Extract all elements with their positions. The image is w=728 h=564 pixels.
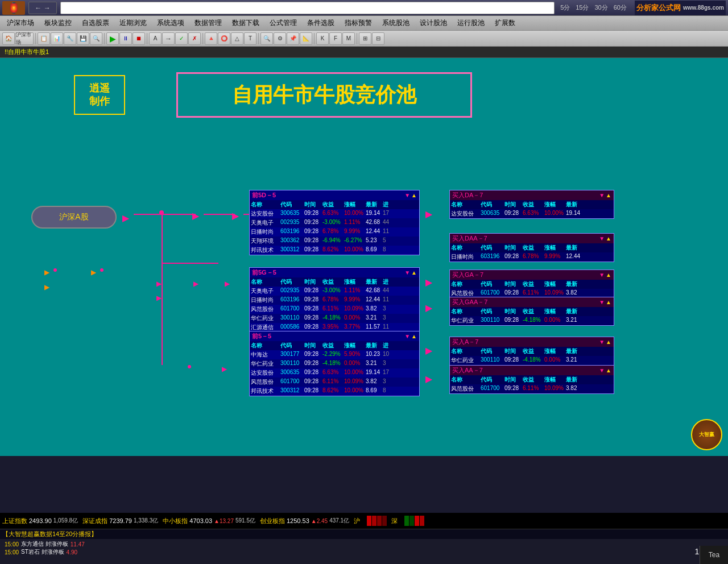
buy-daa-ctrl-up[interactable]: ▲ [606,235,611,242]
buy-daa-title: 买入DAA－7 [452,234,487,243]
table-front5g-controls: ▼ ▲ [404,269,417,276]
tb-btn11[interactable]: ✓ [175,32,188,45]
time-30min[interactable]: 30分 [593,3,610,13]
tb-btn23[interactable]: M [342,32,355,45]
buy-a-ctrl-down[interactable]: ▼ [599,339,605,345]
time-5min[interactable]: 5分 [558,3,572,13]
menu-condition[interactable]: 条件选股 [303,17,339,29]
tb-btn2[interactable]: 📊 [51,32,63,45]
buy-a-title: 买入A－7 [452,338,478,346]
tb-shanghai[interactable]: 沪深市场 [15,32,34,45]
dt-ctrl-down[interactable]: ▼ [404,192,410,198]
tb-btn20[interactable]: 📐 [300,32,312,45]
table-row: 邦讯技术 300312 09:28 8.62% 10.00% 8.69 8 [250,387,419,396]
dt5g-ctrl-up[interactable]: ▲ [411,269,417,276]
arrow-1: ▶ [122,213,129,223]
menu-indicator[interactable]: 指标预警 [340,17,377,29]
tb-btn10[interactable]: → [162,32,175,45]
buy-aa-ctrl-up[interactable]: ▲ [606,367,611,374]
tb-btn17[interactable]: 🔍 [260,32,273,45]
buy-ga-ctrl-down[interactable]: ▼ [599,272,605,278]
address-input[interactable] [60,2,555,14]
buy-a-ctrl-up[interactable]: ▲ [606,339,611,345]
tb-btn4[interactable]: 💾 [77,32,89,45]
table-row: 达安股份 300635 09:28 6.63% 10.00% 19.14 17 [250,209,419,218]
tb-btn6[interactable]: ▶ [106,32,119,45]
brand-tea-text: Tea [709,551,719,559]
vline-3 [162,263,163,365]
col-more: 进 [383,201,390,209]
dt5-ctrl-down[interactable]: ▼ [404,333,410,339]
menu-run-pool[interactable]: 运行股池 [453,17,489,29]
dt5-ctrl-up[interactable]: ▲ [411,333,417,339]
time-15min[interactable]: 15分 [573,3,591,13]
menu-settings[interactable]: 系统选项 [152,17,189,29]
menu-expand[interactable]: 扩展数 [490,17,520,29]
buy-daa-ctrl-down[interactable]: ▼ [599,235,605,242]
tb-btn7[interactable]: ⏸ [119,32,132,45]
menu-formula[interactable]: 公式管理 [265,17,301,29]
tb-btn8[interactable]: ⏹ [133,32,145,45]
table-front5-header: 前5－5 ▼ ▲ [250,331,419,341]
tb-btn3[interactable]: 🔧 [64,32,76,45]
index-bar: 上证指数 2493.90 1,059.8亿 深证成指 7239.79 1,338… [0,513,728,529]
buy-gaa-title: 买入GAA－7 [452,298,487,306]
buy-ga-ctrl-up[interactable]: ▲ [606,272,611,278]
table-front5d-controls: ▼ ▲ [404,192,417,198]
time-buttons-group: 5分 15分 30分 60分 [558,3,629,13]
tb-btn16[interactable]: T [244,32,257,45]
table-row: 天奥电子 002935 09:28 -3.00% 1.11% 42.68 44 [250,287,419,296]
logo-text1: 逍遥 [89,82,110,95]
table-front5-title: 前5－5 [252,332,271,341]
buy-daa-header: 买入DAA－7 ▼ ▲ [450,234,614,243]
tb-btn18[interactable]: ⚙ [274,32,286,45]
time-60min[interactable]: 60分 [611,3,629,13]
tb-btn21[interactable]: K [316,32,329,45]
table-row: 风范股份 601700 09:28 6.11% 10.09% 3.82 3 [250,305,419,314]
big-arrow3: ▶ [225,280,230,288]
buy-gaa-ctrl-down[interactable]: ▼ [599,299,605,305]
small-arrow1: ▶ [44,268,49,276]
menu-board[interactable]: 板块监控 [40,17,76,29]
menu-download[interactable]: 数据下载 [228,17,264,29]
index-shenzhen: 深证成指 7239.79 1,338.3亿 [82,517,158,525]
tb-home[interactable]: 🏠 [2,32,15,45]
tb-btn22[interactable]: F [329,32,342,45]
nav-back-button[interactable]: ← → [28,2,57,14]
menu-system-pool[interactable]: 系统股池 [378,17,414,29]
table-row: 中海达 300177 09:28 -2.29% 5.90% 10.23 10 [250,350,419,359]
buy-table-a: 买入A－7 ▼ ▲ 名称 代码 时间 收益 涨幅 最新 华仁药业 300110 … [449,337,614,366]
buy-table-gaa: 买入GAA－7 ▼ ▲ 名称 代码 时间 收益 涨幅 最新 华仁药业 30011… [449,297,614,326]
dt-ctrl-up[interactable]: ▲ [411,192,417,198]
tb-btn15[interactable]: △ [231,32,243,45]
tb-btn14[interactable]: ⭕ [218,32,230,45]
buy-gaa-ctrl-up[interactable]: ▲ [606,299,611,305]
index-shen: 深 [391,517,398,525]
menu-shanghai[interactable]: 沪深市场 [2,17,39,29]
buy-da-ctrl-down[interactable]: ▼ [599,192,605,198]
table-front5d-cols: 名称 代码 时间 收益 涨幅 最新 进 [250,200,419,209]
menu-recent[interactable]: 近期浏览 [115,17,151,29]
menu-design-pool[interactable]: 设计股池 [415,17,452,29]
tb-sep3 [147,33,147,44]
big-arrow2: ▶ [193,280,198,288]
tb-btn25[interactable]: ⊟ [372,32,384,45]
buy-da-header: 买入DA－7 ▼ ▲ [450,190,614,200]
tb-btn5[interactable]: 🔍 [90,32,102,45]
line-3 [204,214,235,215]
menu-favorites[interactable]: 自选股票 [77,17,114,29]
tb-btn12[interactable]: ✗ [188,32,201,45]
dt5g-ctrl-down[interactable]: ▼ [404,269,410,276]
buy-da-ctrl-up[interactable]: ▲ [606,192,611,198]
tb-btn19[interactable]: 📌 [287,32,299,45]
tb-btn9[interactable]: A [149,32,162,45]
tb-btn13[interactable]: 🔺 [205,32,217,45]
menu-data[interactable]: 数据管理 [190,17,226,29]
tb-btn1[interactable]: 📋 [38,32,50,45]
logo-text2: 制作 [89,95,110,108]
tb-sep7 [357,33,357,44]
buy-daa-row: 日播时尚 603196 09:28 6.78% 9.99% 12.44 [450,252,614,262]
index-small: 中小板指 4703.03 ▲13.27 591.5亿 [163,517,255,525]
tb-btn24[interactable]: ⊞ [359,32,371,45]
buy-aa-ctrl-down[interactable]: ▼ [599,367,605,374]
